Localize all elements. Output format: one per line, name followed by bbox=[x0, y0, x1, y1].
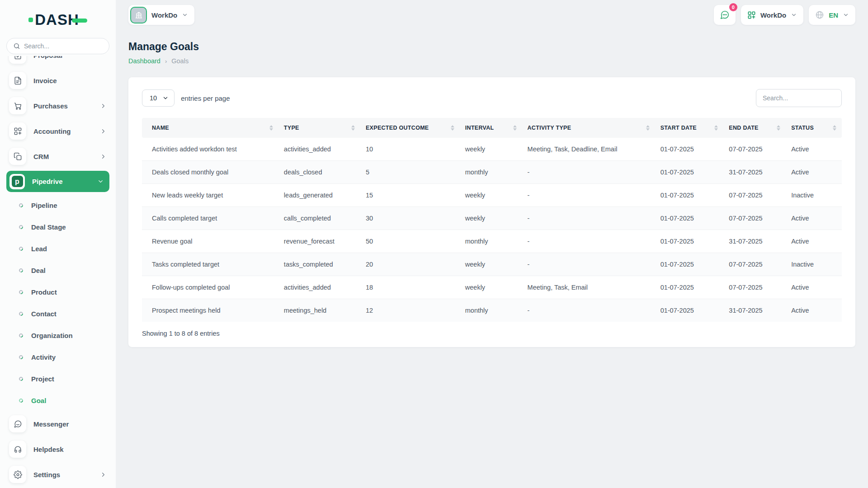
sidebar-item-helpdesk[interactable]: Helpdesk bbox=[6, 436, 109, 462]
column-header-name[interactable]: NAME bbox=[142, 118, 278, 138]
sidebar-item-invoice[interactable]: Invoice bbox=[6, 68, 109, 93]
table-header-row: NAME TYPE EXPECTED OUTCOME INTERVAL ACTI… bbox=[142, 118, 842, 138]
cell-end-date: 31-07-2025 bbox=[723, 230, 786, 253]
cell-status: Active bbox=[786, 207, 842, 230]
bullet-icon bbox=[18, 376, 24, 382]
chevron-down-icon bbox=[162, 95, 169, 101]
workspace-switcher[interactable]: WorkDo bbox=[128, 5, 194, 25]
cell-type: leads_generated bbox=[278, 184, 360, 207]
sidebar-item-contact[interactable]: Contact bbox=[6, 303, 109, 324]
table-row: Prospect meetings held meetings_held 12 … bbox=[142, 299, 842, 322]
bullet-icon bbox=[18, 246, 24, 252]
messages-button[interactable]: 0 bbox=[714, 5, 736, 25]
sidebar-menu: Proposal Invoice Purchases bbox=[6, 56, 109, 488]
entries-per-page-select[interactable]: 10 bbox=[142, 89, 175, 107]
language-selector[interactable]: EN bbox=[809, 5, 855, 25]
user-menu-button[interactable]: WorkDo bbox=[741, 5, 803, 25]
sort-icon bbox=[269, 125, 273, 131]
bullet-icon bbox=[18, 333, 24, 338]
table-row: Activities added workdon test activities… bbox=[142, 138, 842, 161]
sidebar-item-activity[interactable]: Activity bbox=[6, 346, 109, 368]
chevron-right-icon bbox=[100, 128, 107, 135]
sidebar-item-proposal[interactable]: Proposal bbox=[6, 56, 109, 68]
cell-start-date: 01-07-2025 bbox=[655, 138, 724, 161]
cell-end-date: 31-07-2025 bbox=[723, 299, 786, 322]
sidebar-item-lead[interactable]: Lead bbox=[6, 238, 109, 259]
table-row: Tasks completed target tasks_completed 2… bbox=[142, 253, 842, 276]
sort-icon bbox=[451, 125, 454, 131]
cell-expected-outcome: 10 bbox=[360, 138, 460, 161]
sidebar-item-project[interactable]: Project bbox=[6, 368, 109, 389]
sort-icon bbox=[351, 125, 355, 131]
sidebar-item-settings[interactable]: Settings bbox=[6, 462, 109, 487]
sidebar-item-deal[interactable]: Deal bbox=[6, 259, 109, 281]
building-icon bbox=[130, 7, 147, 23]
user-menu-label: WorkDo bbox=[760, 11, 786, 19]
sort-icon bbox=[714, 125, 718, 131]
column-header-activity-type[interactable]: ACTIVITY TYPE bbox=[522, 118, 655, 138]
pipedrive-submenu: Pipeline Deal Stage Lead Deal Product bbox=[6, 194, 109, 411]
cell-name: New leads weekly target bbox=[142, 184, 278, 207]
grid-plus-icon bbox=[747, 11, 756, 19]
column-header-start-date[interactable]: START DATE bbox=[655, 118, 724, 138]
sort-icon bbox=[646, 125, 650, 131]
purchases-icon bbox=[9, 97, 26, 114]
sidebar-item-pipeline[interactable]: Pipeline bbox=[6, 194, 109, 216]
sidebar-item-accounting[interactable]: Accounting bbox=[6, 118, 109, 144]
cell-expected-outcome: 18 bbox=[360, 276, 460, 299]
cell-name: Activities added workdon test bbox=[142, 138, 278, 161]
cell-expected-outcome: 15 bbox=[360, 184, 460, 207]
cell-interval: weekly bbox=[460, 253, 522, 276]
table-controls: 10 entries per page bbox=[142, 89, 842, 107]
sort-icon bbox=[777, 125, 780, 131]
cell-end-date: 07-07-2025 bbox=[723, 207, 786, 230]
language-label: EN bbox=[829, 11, 838, 19]
sidebar-item-product[interactable]: Product bbox=[6, 281, 109, 303]
table-search-input[interactable] bbox=[756, 89, 842, 107]
breadcrumb-dashboard-link[interactable]: Dashboard bbox=[128, 57, 160, 65]
cell-end-date: 07-07-2025 bbox=[723, 276, 786, 299]
proposal-icon bbox=[9, 56, 26, 64]
search-icon bbox=[13, 42, 20, 50]
cell-start-date: 01-07-2025 bbox=[655, 184, 724, 207]
cell-type: revenue_forecast bbox=[278, 230, 360, 253]
topbar-right: 0 WorkDo EN bbox=[714, 5, 855, 25]
logo-dot-icon bbox=[28, 18, 33, 22]
cell-interval: weekly bbox=[460, 207, 522, 230]
sidebar-search bbox=[6, 38, 109, 54]
column-header-interval[interactable]: INTERVAL bbox=[460, 118, 522, 138]
cell-interval: weekly bbox=[460, 276, 522, 299]
cell-activity-type: - bbox=[522, 184, 655, 207]
bullet-icon bbox=[18, 202, 24, 208]
sidebar-item-messenger[interactable]: Messenger bbox=[6, 411, 109, 436]
sidebar-item-organization[interactable]: Organization bbox=[6, 324, 109, 346]
cell-status: Active bbox=[786, 299, 842, 322]
column-header-type[interactable]: TYPE bbox=[278, 118, 360, 138]
sidebar-item-goal[interactable]: Goal bbox=[6, 389, 109, 411]
cell-end-date: 07-07-2025 bbox=[723, 138, 786, 161]
chevron-down-icon bbox=[182, 12, 188, 18]
sidebar-item-deal-stage[interactable]: Deal Stage bbox=[6, 216, 109, 238]
sidebar-search-input[interactable] bbox=[24, 42, 103, 50]
main-area: WorkDo 0 WorkDo bbox=[116, 0, 868, 488]
column-header-expected-outcome[interactable]: EXPECTED OUTCOME bbox=[360, 118, 460, 138]
topbar: WorkDo 0 WorkDo bbox=[128, 5, 855, 25]
chevron-down-icon bbox=[843, 12, 849, 18]
cell-status: Active bbox=[786, 230, 842, 253]
column-header-status[interactable]: STATUS bbox=[786, 118, 842, 138]
breadcrumb-current: Goals bbox=[171, 57, 189, 65]
sidebar-item-crm[interactable]: CRM bbox=[6, 144, 109, 169]
bullet-icon bbox=[18, 354, 24, 360]
table-row: Deals closed monthly goal deals_closed 5… bbox=[142, 161, 842, 184]
cell-activity-type: - bbox=[522, 299, 655, 322]
goals-table: NAME TYPE EXPECTED OUTCOME INTERVAL ACTI… bbox=[142, 118, 842, 322]
cell-end-date: 07-07-2025 bbox=[723, 253, 786, 276]
breadcrumb-separator-icon: › bbox=[165, 58, 167, 65]
chevron-right-icon bbox=[100, 153, 107, 160]
column-header-end-date[interactable]: END DATE bbox=[723, 118, 786, 138]
crm-icon bbox=[9, 148, 26, 165]
sidebar-item-pipedrive[interactable]: p Pipedrive bbox=[6, 171, 109, 192]
chat-bubble-icon bbox=[720, 10, 730, 20]
sidebar-item-purchases[interactable]: Purchases bbox=[6, 93, 109, 118]
cell-start-date: 01-07-2025 bbox=[655, 230, 724, 253]
